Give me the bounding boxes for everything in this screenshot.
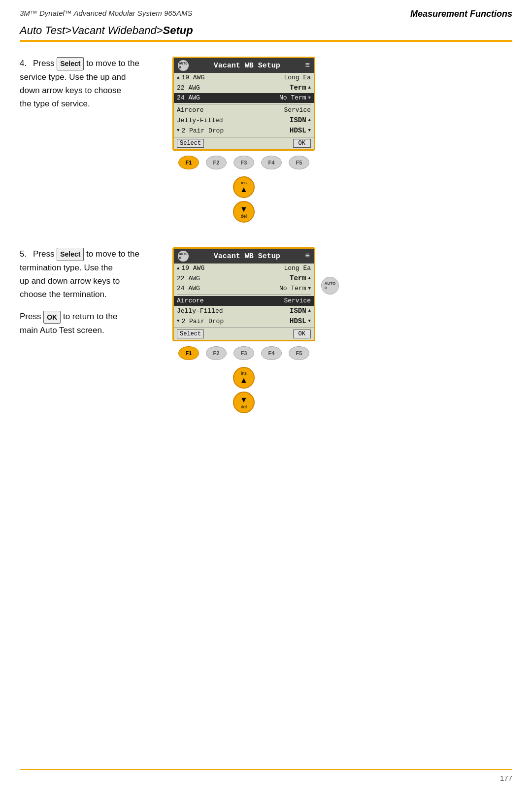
row3-left: Aircore xyxy=(177,106,204,114)
bottom-line xyxy=(20,769,512,770)
s2row2-right: No Term xyxy=(279,285,306,292)
step5-ok-key: OK xyxy=(43,311,61,324)
arrow-down-icon-1 xyxy=(240,205,248,214)
screen2-row-5: ▼2 Pair Drop HDSL▼ xyxy=(174,316,314,327)
title-underline xyxy=(20,40,512,42)
screen1-footer: Select OK xyxy=(174,137,314,149)
arrow-down-btn-1[interactable]: del xyxy=(233,201,255,223)
screen1-row-4: Jelly-Filled ISDN▲ xyxy=(174,115,314,126)
s2row3-right: Service xyxy=(284,297,311,304)
row0-right: Long Ea xyxy=(284,74,311,81)
fn-btn-f4-1[interactable]: F4 xyxy=(261,156,282,169)
step4-text-line1: Press xyxy=(33,59,54,68)
screen2-body: ▲19 AWG Long Ea 22 AWG Term▲ 24 AWG No T… xyxy=(174,264,314,340)
arrow-down-btn-2[interactable]: del xyxy=(233,392,255,413)
s2row0-right: Long Ea xyxy=(284,264,311,272)
screen1-select-btn: Select xyxy=(177,139,204,148)
page-number: 177 xyxy=(500,774,512,782)
row4-left: Jelly-Filled xyxy=(177,117,223,124)
arrow-down-icon-2 xyxy=(240,396,248,404)
screen1-divider xyxy=(177,104,311,104)
step4-select-key: Select xyxy=(57,57,84,70)
fn-buttons-2: F1 F2 F3 F4 F5 xyxy=(172,346,315,360)
arrow-up-btn-1[interactable]: ins xyxy=(233,176,255,198)
arrow-buttons-1: ins del xyxy=(172,176,315,223)
screen2-divider xyxy=(177,295,311,295)
screen2-row-1: 22 AWG Term▲ xyxy=(174,273,314,284)
s2row4-right: ISDN xyxy=(290,307,306,315)
fn-btn-f1-1[interactable]: F1 xyxy=(178,156,199,169)
screen1-title: Vacant WB Setup xyxy=(214,62,280,70)
row5-left: 2 Pair Drop xyxy=(181,127,224,134)
s2row5-right: HDSL xyxy=(290,317,306,325)
screen1-row-5: ▼2 Pair Drop HDSL▼ xyxy=(174,126,314,136)
fn-btn-f1-2[interactable]: F1 xyxy=(178,346,199,360)
s2row3-left: Aircore xyxy=(177,297,204,304)
auto-side-label: AUTO0 xyxy=(325,281,336,290)
breadcrumb-bold: Setup xyxy=(163,24,193,36)
screen1-ok-btn: OK xyxy=(293,139,311,148)
row2-right: No Term xyxy=(279,94,306,101)
screen2: AUTO0 Vacant WB Setup ≡ ▲19 AWG Long Ea … xyxy=(172,247,315,341)
screen1-row-1: 22 AWG Term▲ xyxy=(174,83,314,93)
arrow-up-btn-2[interactable]: ins xyxy=(233,367,255,389)
fn-btn-f4-2[interactable]: F4 xyxy=(261,346,282,360)
screen2-title: Vacant WB Setup xyxy=(214,252,280,261)
arrow-buttons-2: ins del xyxy=(172,367,315,413)
step5-block: 5. Press Select to move to theterminatio… xyxy=(20,247,512,413)
s2row4-left: Jelly-Filled xyxy=(177,307,223,315)
s2row0-left: 19 AWG xyxy=(181,264,204,272)
breadcrumb-normal: Auto Test>Vacant Wideband> xyxy=(20,24,163,36)
step5-text-line1: Press xyxy=(33,249,54,259)
content-area: 4. Press Select to move to theservice ty… xyxy=(0,57,532,413)
fn-btn-f2-2[interactable]: F2 xyxy=(206,346,227,360)
screen2-select-btn: Select xyxy=(177,330,204,338)
fn-buttons-1: F1 F2 F3 F4 F5 xyxy=(172,156,315,169)
step4-number: 4. xyxy=(20,59,27,68)
fn-btn-f3-1[interactable]: F3 xyxy=(233,156,254,169)
section-title: Auto Test>Vacant Wideband>Setup xyxy=(0,19,532,37)
row1-left: 22 AWG xyxy=(177,84,200,92)
row2-left: 24 AWG xyxy=(177,94,200,101)
screen2-row-0: ▲19 AWG Long Ea xyxy=(174,264,314,273)
step4-text: 4. Press Select to move to theservice ty… xyxy=(20,57,158,110)
screen2-row-3: Aircore Service xyxy=(174,296,314,306)
row4-right: ISDN xyxy=(290,116,306,124)
screen2-menu-icon: ≡ xyxy=(305,252,310,261)
screen2-titlebar: AUTO0 Vacant WB Setup ≡ xyxy=(174,249,314,264)
step5-number: 5. xyxy=(20,249,27,259)
s2row1-left: 22 AWG xyxy=(177,275,200,282)
fn-btn-f2-1[interactable]: F2 xyxy=(206,156,227,169)
row1-right: Term xyxy=(290,84,306,92)
screen1-body: ▲19 AWG Long Ea 22 AWG Term▲ 24 AWG No T… xyxy=(174,73,314,149)
screen1-titlebar: AUTO0 Vacant WB Setup ≡ xyxy=(174,58,314,73)
screen2-row-2: 24 AWG No Term▼ xyxy=(174,284,314,294)
screen1-menu-icon: ≡ xyxy=(305,61,310,70)
s2row1-right: Term xyxy=(290,274,306,282)
fn-btn-f5-2[interactable]: F5 xyxy=(289,346,309,360)
screen1-auto-icon: AUTO0 xyxy=(178,60,189,71)
screen1: AUTO0 Vacant WB Setup ≡ ▲19 AWG Long Ea … xyxy=(172,57,315,151)
screen1-row-3: Aircore Service xyxy=(174,105,314,115)
fn-btn-f5-1[interactable]: F5 xyxy=(289,156,309,169)
arrow-up-icon-2 xyxy=(240,376,248,385)
device1-wrapper: AUTO0 Vacant WB Setup ≡ ▲19 AWG Long Ea … xyxy=(172,57,315,223)
fn-btn-f3-2[interactable]: F3 xyxy=(233,346,254,360)
screen2-footer: Select OK xyxy=(174,328,314,340)
screen2-row-4: Jelly-Filled ISDN▲ xyxy=(174,306,314,316)
arrow-up-label-1: ins xyxy=(241,180,247,185)
step5-text: 5. Press Select to move to theterminatio… xyxy=(20,247,158,337)
screen2-auto-icon: AUTO0 xyxy=(178,251,189,262)
arrow-up-icon-1 xyxy=(240,185,248,194)
step5-extra: Press OK to return to themain Auto Test … xyxy=(20,310,158,337)
s2row2-left: 24 AWG xyxy=(177,285,200,292)
arrow-up-label-2: ins xyxy=(241,371,247,376)
header-section-name: Measurement Functions xyxy=(410,9,512,19)
auto-side-btn[interactable]: AUTO0 xyxy=(321,277,339,295)
arrow-down-label-1: del xyxy=(241,214,247,219)
screen1-row-2: 24 AWG No Term▼ xyxy=(174,93,314,103)
screen1-row-0: ▲19 AWG Long Ea xyxy=(174,73,314,83)
row0-scroll-up: ▲ xyxy=(177,75,179,80)
row3-right: Service xyxy=(284,106,311,114)
step5-extra-press: Press xyxy=(20,312,41,321)
